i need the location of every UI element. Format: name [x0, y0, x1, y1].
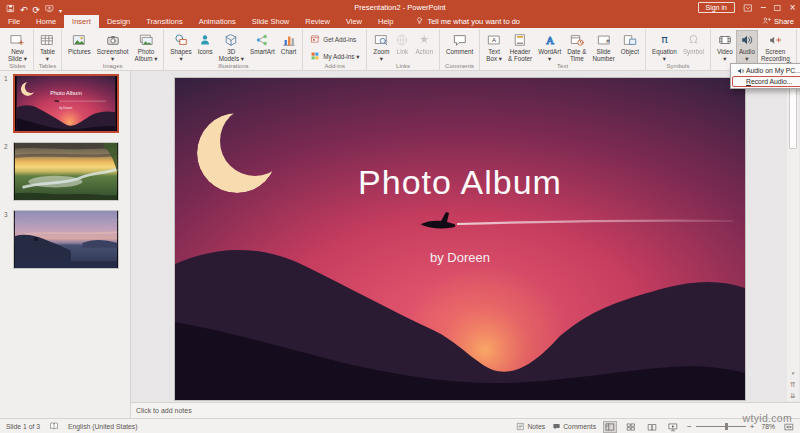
ribbon-group-comments: CommentComments: [440, 29, 480, 70]
get-add-ins-button[interactable]: Get Add-ins: [306, 32, 360, 46]
date-time-button[interactable]: Date &Time: [564, 30, 589, 64]
group-label-add-ins: Add-ins: [303, 63, 366, 69]
slide-title[interactable]: Photo Album: [358, 163, 562, 201]
share-button[interactable]: Share: [762, 15, 794, 28]
slide-show-button[interactable]: [666, 421, 680, 433]
tell-me-box[interactable]: Tell me what you want to do: [415, 15, 520, 28]
cube-icon: [224, 32, 238, 47]
speaker-icon: [735, 67, 746, 75]
tab-file[interactable]: File: [0, 15, 28, 28]
save-button[interactable]: [6, 0, 15, 15]
table-icon: [40, 32, 54, 47]
minimize-button[interactable]: ─: [761, 3, 766, 12]
notes-icon: [516, 422, 525, 432]
close-button[interactable]: ×: [789, 3, 796, 12]
spellcheck-book-icon[interactable]: [49, 421, 59, 432]
undo-button[interactable]: ↶: [20, 0, 28, 15]
3d-models-button[interactable]: 3DModels ▾: [216, 30, 247, 64]
normal-view-button[interactable]: [603, 421, 617, 433]
comment-button[interactable]: Comment: [443, 30, 476, 57]
zoom-level[interactable]: 78%: [761, 423, 775, 430]
notes-toggle-button[interactable]: Notes: [516, 422, 545, 432]
thumbnail-row-2: 2: [0, 142, 130, 201]
equation-button[interactable]: πEquation▾: [649, 30, 680, 64]
photoalbum-icon: [139, 32, 153, 47]
get-add-ins-label: Get Add-ins: [323, 36, 356, 43]
scrollbar-thumb[interactable]: [789, 83, 797, 149]
icons-label: Icons: [198, 48, 213, 55]
pictures-button[interactable]: Pictures: [65, 30, 94, 57]
tab-insert[interactable]: Insert: [64, 15, 99, 28]
redo-button[interactable]: ⟳: [33, 0, 41, 15]
zoom-out-button[interactable]: −: [687, 422, 692, 431]
text-box-button[interactable]: ATextBox ▾: [483, 30, 505, 64]
wordart-label: ▾: [538, 55, 561, 62]
notes-pane[interactable]: Click to add notes: [131, 402, 800, 418]
new-slide-button[interactable]: NewSlide ▾: [5, 30, 30, 64]
watermark: wtyid.com: [743, 412, 792, 424]
previous-slide-button[interactable]: ⇈: [787, 379, 799, 390]
sign-in-button[interactable]: Sign in: [698, 2, 735, 13]
zoom-slider-thumb[interactable]: [725, 423, 728, 430]
screenshot-label: ▾: [97, 55, 129, 62]
screenshot-button[interactable]: Screenshot▾: [94, 30, 132, 64]
slide-canvas[interactable]: Photo Album by Doreen: [175, 78, 745, 400]
scroll-down-button[interactable]: ▼: [787, 368, 799, 379]
tab-review[interactable]: Review: [297, 15, 338, 28]
wordart-button[interactable]: AWordArt▾: [535, 30, 564, 64]
next-slide-button[interactable]: ⇊: [787, 390, 799, 401]
tab-design[interactable]: Design: [99, 15, 138, 28]
restore-button[interactable]: □: [774, 3, 782, 12]
icons-button[interactable]: Icons: [195, 30, 216, 57]
ribbon-group-add-ins: Get Add-insMy Add-ins ▾Add-ins: [303, 29, 367, 70]
vertical-scrollbar[interactable]: ▲ ▼ ⇈ ⇊: [787, 72, 799, 401]
video-button[interactable]: Video▾: [714, 30, 736, 64]
screen-recording-label: Screen: [761, 48, 790, 55]
table-label: Table: [40, 48, 55, 55]
audio-button[interactable]: Audio▾: [736, 30, 758, 64]
tab-transitions[interactable]: Transitions: [138, 15, 190, 28]
screenshot-icon: [106, 32, 120, 47]
tab-home[interactable]: Home: [28, 15, 64, 28]
action-button: ★Action: [412, 30, 436, 57]
comments-toggle-button[interactable]: Comments: [552, 422, 596, 432]
symbol-omega-icon: Ω: [689, 32, 697, 47]
start-slideshow-button[interactable]: [45, 0, 54, 15]
screen-recording-button[interactable]: ScreenRecording: [758, 30, 793, 64]
screenshot-label: Screenshot: [97, 48, 129, 55]
quick-access-toolbar: ↶⟳▾: [0, 0, 62, 15]
tab-slide-show[interactable]: Slide Show: [244, 15, 298, 28]
tab-help[interactable]: Help: [370, 15, 401, 28]
slide-thumbnail-3[interactable]: [13, 210, 119, 269]
header-footer-button[interactable]: Header& Footer: [505, 30, 535, 64]
my-add-ins-label: My Add-ins ▾: [323, 53, 359, 60]
shapes-button[interactable]: Shapes▾: [167, 30, 194, 64]
reading-view-button[interactable]: [645, 421, 659, 433]
tab-animations[interactable]: Animations: [191, 15, 244, 28]
slide-number-button[interactable]: #SlideNumber: [589, 30, 617, 64]
photo-album-button[interactable]: PhotoAlbum ▾: [132, 30, 161, 64]
menu-item-audio-on-my-pc[interactable]: Audio on My PC...: [732, 65, 800, 76]
slide-thumbnail-1[interactable]: Photo Albumby Doreen: [13, 74, 119, 133]
my-add-ins-button[interactable]: My Add-ins ▾: [306, 49, 363, 63]
chart-button[interactable]: Chart: [278, 30, 299, 57]
smartart-label: SmartArt: [250, 48, 275, 55]
thumbnail-row-1: 1Photo Albumby Doreen: [0, 74, 130, 133]
shapes-label: ▾: [170, 55, 191, 62]
language-indicator[interactable]: English (United States): [68, 423, 138, 430]
smartart-button[interactable]: SmartArt: [247, 30, 278, 57]
qat-customize-button[interactable]: ▾: [59, 0, 62, 15]
menu-item-record-audio[interactable]: Record Audio...: [732, 76, 800, 87]
header-footer-label: & Footer: [508, 55, 532, 62]
globe-icon: [395, 32, 409, 47]
object-button[interactable]: Object: [618, 30, 642, 57]
slide-sorter-view-button[interactable]: [624, 421, 638, 433]
main-area: 1Photo Albumby Doreen23: [0, 71, 800, 418]
zoom-button[interactable]: Zoom▾: [370, 30, 392, 64]
status-bar: Slide 1 of 3 English (United States) Not…: [0, 418, 800, 433]
tab-view[interactable]: View: [338, 15, 370, 28]
slide-thumbnail-2[interactable]: [13, 142, 119, 201]
slide-subtitle[interactable]: by Doreen: [430, 250, 490, 265]
title-bar: ↶⟳▾ Presentation2 - PowerPoint Sign in ─…: [0, 0, 800, 15]
table-button[interactable]: Table▾: [37, 30, 58, 64]
